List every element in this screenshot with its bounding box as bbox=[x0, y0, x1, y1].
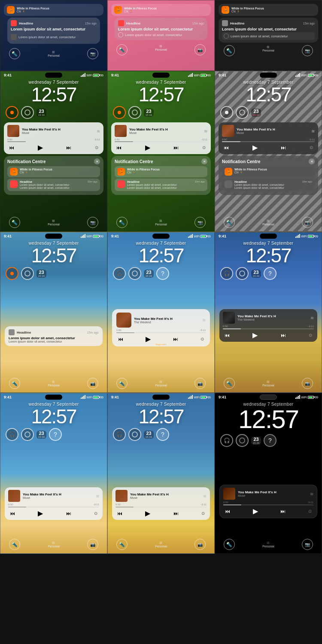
music-widget-r2c3[interactable]: You Make Me Feel It's H Muse ≋ 0:50 -3:1… bbox=[219, 122, 318, 154]
torch-button-2[interactable]: 🔦 bbox=[116, 44, 128, 55]
next-button[interactable]: ⏭ bbox=[66, 145, 71, 151]
fitness-notification[interactable]: 🏃 While in Fitness Focus Chi 🏃 bbox=[4, 4, 103, 16]
headline-notification-3[interactable]: Headline 15m ago Lorem ipsum dolor sit a… bbox=[219, 18, 318, 43]
number-w3c2[interactable]: 23 15 26 bbox=[144, 270, 154, 278]
next-2[interactable]: ⏭ bbox=[173, 145, 179, 151]
question-w4c2[interactable]: ? bbox=[156, 428, 169, 441]
music-widget-r3c2[interactable]: You Make Me Feel It's H The Weeknd ≋ 0:5… bbox=[112, 309, 210, 346]
music-widget-r4c3[interactable]: You Make Me Feel It's H Muse ≋ 0:50 -3:1… bbox=[219, 485, 317, 518]
music-progress-3[interactable] bbox=[222, 141, 315, 142]
headline-notif-2[interactable]: Headline 15m ago Lorem ipsum dolor sit a… bbox=[115, 179, 207, 191]
camera-r2c2[interactable]: 📷 bbox=[194, 217, 206, 228]
play-r4c1[interactable]: ▶ bbox=[38, 509, 43, 517]
number-w3[interactable]: 23 15 26 bbox=[251, 109, 261, 117]
next-r4c2[interactable]: ⏭ bbox=[173, 510, 179, 516]
camera-r2c3[interactable]: 📷 bbox=[302, 217, 313, 228]
headline-notification-2[interactable]: Headline 15m ago Lorem ipsum dolor sit a… bbox=[115, 18, 207, 40]
play-button[interactable]: ▶ bbox=[38, 143, 43, 152]
ring-w3[interactable] bbox=[236, 106, 249, 119]
play-r4c2[interactable]: ▶ bbox=[145, 509, 150, 517]
music-widget-r2c2[interactable]: You Make Me Feel It's H Muse ≋ 0:50 -3:1… bbox=[111, 122, 211, 154]
torch-r2c3[interactable]: 🔦 bbox=[224, 217, 235, 228]
ring-w4c1[interactable] bbox=[21, 428, 34, 441]
question-w3c3[interactable]: ? bbox=[264, 267, 276, 280]
fitness-notification-2[interactable]: 🏃 While in Fitness Focus Chi 🏃 bbox=[111, 4, 211, 16]
torch-r4c1[interactable]: 🔦 bbox=[9, 539, 20, 550]
headphones-w4c1[interactable]: 🎧 bbox=[6, 428, 18, 441]
progress-r4c1[interactable] bbox=[8, 507, 99, 507]
music-progress-bar[interactable] bbox=[7, 141, 100, 142]
headphones-w4c3[interactable]: 🎧 bbox=[220, 434, 233, 447]
play-r4c3[interactable]: ▶ bbox=[253, 507, 258, 515]
headphones-w4c2[interactable]: 🎧 bbox=[113, 428, 126, 441]
fitness-notification-3[interactable]: 🏃 While in Fitness Focus Chi 🏃 bbox=[219, 4, 318, 16]
torch-r3c1[interactable]: 🔦 bbox=[9, 378, 20, 389]
music-widget-r3c3[interactable]: You Make Me Feel It's H The Weeknd ≋ 0:5… bbox=[219, 309, 317, 342]
torch-r4c3[interactable]: 🔦 bbox=[224, 539, 235, 550]
activity-w2[interactable] bbox=[113, 106, 126, 119]
next-r3c2[interactable]: ⏭ bbox=[173, 336, 178, 342]
prev-r4c1[interactable]: ⏮ bbox=[10, 510, 15, 516]
play-r3c2[interactable]: ▶ bbox=[146, 335, 151, 343]
next-r4c3[interactable]: ⏭ bbox=[280, 508, 286, 514]
activity-widget[interactable] bbox=[6, 106, 18, 119]
notif-close-3[interactable]: ✕ bbox=[309, 158, 315, 164]
play-3[interactable]: ▶ bbox=[252, 143, 258, 152]
music-widget-r4c2[interactable]: You Make Me Feel It's H Muse ≋ 0:50 -3:1… bbox=[112, 487, 210, 520]
ring-w4c3[interactable] bbox=[236, 434, 249, 447]
number-w2[interactable]: 23 15 26 bbox=[144, 109, 154, 117]
ring-w2[interactable] bbox=[128, 106, 141, 119]
ring-w3c1[interactable] bbox=[21, 267, 34, 280]
headphones-widget[interactable]: 🎧 bbox=[113, 267, 126, 280]
number-w4c3[interactable]: 23 15 26 bbox=[251, 437, 261, 445]
question-w4c1[interactable]: ? bbox=[49, 428, 62, 441]
fitness-notif-3[interactable]: 🏃 While in Fitness Focus Chi 🏃 bbox=[222, 166, 315, 177]
ring-w3c2[interactable] bbox=[128, 267, 141, 280]
camera-r4c2[interactable]: 📷 bbox=[194, 539, 206, 550]
airplay-3[interactable]: ⊙ bbox=[310, 145, 313, 150]
camera-button-2[interactable]: 📷 bbox=[194, 44, 206, 55]
camera-button-3[interactable]: 📷 bbox=[302, 45, 313, 56]
camera-button[interactable]: 📷 bbox=[87, 48, 98, 59]
activity-w3[interactable] bbox=[220, 106, 233, 119]
headline-notif-r3c1[interactable]: Headline 15m ago Lorem ipsum dolor sit a… bbox=[5, 326, 103, 346]
prev-3[interactable]: ⏮ bbox=[224, 145, 229, 151]
prev-button[interactable]: ⏮ bbox=[9, 145, 14, 151]
next-r4c1[interactable]: ⏭ bbox=[66, 510, 71, 516]
number-widget[interactable]: 23 15 26 bbox=[36, 109, 46, 117]
play-r3c3[interactable]: ▶ bbox=[252, 331, 258, 339]
music-widget-r4c1[interactable]: You Make Me Feel It's H Muse ≋ 0:50 -3:1… bbox=[5, 487, 103, 520]
torch-button[interactable]: 🔦 bbox=[9, 48, 20, 59]
number-w4c2[interactable]: 23 15 26 bbox=[144, 431, 154, 439]
torch-r2c1[interactable]: 🔦 bbox=[9, 217, 20, 228]
airplay-r4c3[interactable]: ⊙ bbox=[308, 509, 312, 513]
headline-notif-3[interactable]: Headline 15m ago Lorem ipsum dolor sit a… bbox=[222, 179, 315, 191]
camera-r2c1[interactable]: 📷 bbox=[87, 217, 98, 228]
number-w4c1[interactable]: 23 15 26 bbox=[36, 431, 46, 439]
ring-widget[interactable] bbox=[21, 106, 34, 119]
notif-close-2[interactable]: ✕ bbox=[201, 158, 207, 164]
number-w3c3[interactable]: 23 15 26 bbox=[251, 270, 261, 278]
torch-r4c2[interactable]: 🔦 bbox=[116, 539, 128, 550]
headline-notif-item[interactable]: Headline 15m ago Lorem ipsum dolor sit a… bbox=[7, 179, 100, 191]
next-3[interactable]: ⏭ bbox=[281, 145, 286, 151]
number-w3c1[interactable]: 23 15 26 bbox=[36, 270, 46, 278]
question-widget[interactable]: ? bbox=[156, 267, 169, 280]
torch-r3c2[interactable]: 🔦 bbox=[116, 378, 128, 389]
airplay-r4c1[interactable]: ⊙ bbox=[94, 511, 97, 516]
prev-r3c3[interactable]: ⏮ bbox=[225, 332, 230, 338]
torch-r2c2[interactable]: 🔦 bbox=[116, 217, 128, 228]
prev-2[interactable]: ⏮ bbox=[116, 145, 122, 151]
progress-r3c2[interactable] bbox=[116, 332, 206, 333]
camera-r3c2[interactable]: 📷 bbox=[194, 378, 206, 389]
prev-r4c3[interactable]: ⏮ bbox=[225, 508, 230, 514]
fitness-notif-item[interactable]: 🏃 While in Fitness Focus Chi 🏃 bbox=[7, 166, 100, 177]
torch-button-3[interactable]: 🔦 bbox=[224, 45, 235, 56]
airplay-r4c2[interactable]: ⊙ bbox=[201, 511, 205, 516]
airplay-2[interactable]: ⊙ bbox=[202, 145, 206, 150]
next-r3c3[interactable]: ⏭ bbox=[281, 332, 286, 338]
play-2[interactable]: ▶ bbox=[145, 143, 150, 152]
ring-w3c3[interactable] bbox=[236, 267, 249, 280]
progress-r3c3[interactable] bbox=[223, 328, 314, 329]
camera-r4c3[interactable]: 📷 bbox=[302, 539, 313, 550]
